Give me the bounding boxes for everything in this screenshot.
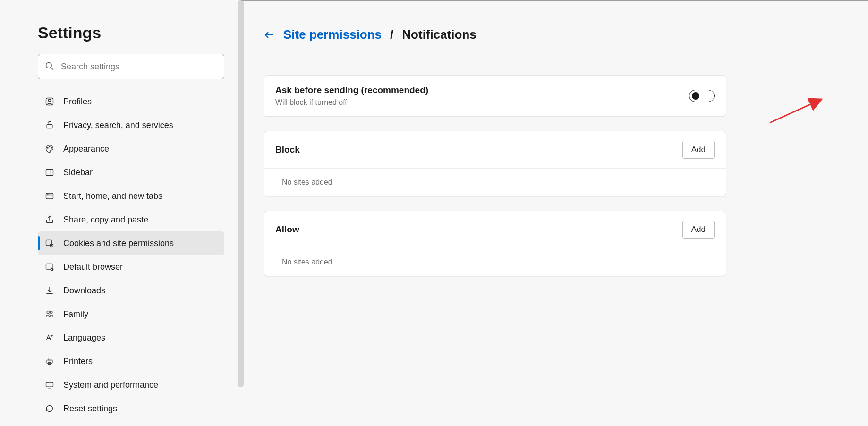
back-arrow-icon[interactable] [264, 29, 275, 41]
block-empty-text: No sites added [264, 168, 726, 196]
sidebar-item-label: Reset settings [63, 404, 117, 414]
block-card-title: Block [275, 145, 300, 155]
reset-icon [44, 403, 55, 414]
svg-rect-10 [46, 193, 53, 199]
svg-rect-29 [46, 382, 53, 387]
svg-point-5 [47, 148, 48, 149]
ask-card-title: Ask before sending (recommended) [275, 85, 428, 95]
sidebar-item-label: Profiles [63, 97, 92, 107]
share-icon [44, 214, 55, 225]
block-card: Block Add No sites added [264, 131, 726, 196]
svg-point-23 [50, 311, 52, 313]
language-icon [44, 332, 55, 343]
profile-icon [44, 96, 55, 107]
sidebar-item-sidebar[interactable]: Sidebar [38, 161, 224, 184]
sidebar-item-cookies[interactable]: Cookies and site permissions [38, 231, 224, 255]
svg-rect-15 [46, 240, 52, 246]
svg-rect-8 [46, 169, 53, 175]
svg-point-3 [49, 99, 51, 102]
page-title: Settings [38, 24, 241, 42]
system-icon [44, 380, 55, 390]
svg-point-0 [46, 62, 52, 68]
svg-point-24 [49, 315, 51, 316]
printer-icon [44, 356, 55, 366]
sidebar-item-label: Share, copy and paste [63, 215, 148, 225]
download-icon [44, 285, 55, 296]
sidebar-item-reset[interactable]: Reset settings [38, 397, 224, 420]
search-settings-field[interactable] [38, 54, 224, 79]
ask-before-sending-card: Ask before sending (recommended) Will bl… [264, 75, 726, 117]
sidebar-item-label: Sidebar [63, 168, 93, 178]
svg-rect-26 [47, 360, 52, 364]
sidebar-item-label: Cookies and site permissions [63, 239, 174, 248]
sidebar-item-label: Downloads [63, 286, 105, 296]
sidebar-item-start[interactable]: Start, home, and new tabs [38, 184, 224, 208]
sidebar-item-label: Default browser [63, 262, 123, 272]
sidebar-item-family[interactable]: Family [38, 302, 224, 326]
sidebar-panel-icon [44, 167, 55, 178]
search-icon [45, 61, 54, 72]
block-add-button[interactable]: Add [682, 141, 715, 159]
sidebar-item-languages[interactable]: Languages [38, 326, 224, 349]
svg-point-22 [47, 311, 49, 313]
svg-point-13 [49, 194, 49, 194]
lock-icon [44, 120, 55, 130]
sidebar-item-label: Start, home, and new tabs [63, 191, 162, 201]
sidebar-item-label: Printers [63, 357, 93, 366]
search-input[interactable] [61, 62, 217, 72]
palette-icon [44, 144, 55, 154]
allow-add-button[interactable]: Add [682, 221, 715, 239]
breadcrumb-parent-link[interactable]: Site permissions [283, 27, 382, 42]
svg-rect-27 [48, 358, 51, 360]
breadcrumb: Site permissions / Notifications [264, 27, 726, 42]
svg-point-6 [49, 146, 50, 147]
sidebar-item-label: System and performance [63, 380, 158, 390]
sidebar-item-label: Languages [63, 333, 105, 343]
sidebar-item-printers[interactable]: Printers [38, 349, 224, 373]
browser-check-icon [44, 262, 55, 272]
svg-point-7 [51, 148, 52, 149]
svg-line-1 [51, 67, 53, 69]
svg-point-12 [47, 194, 48, 194]
sidebar-item-system[interactable]: System and performance [38, 373, 224, 397]
svg-rect-4 [47, 124, 52, 128]
settings-nav: Profiles Privacy, search, and services A… [38, 90, 224, 426]
sidebar-item-appearance[interactable]: Appearance [38, 137, 224, 161]
settings-sidebar: Settings Profiles Privacy, search, and [0, 0, 241, 426]
tab-icon [44, 191, 55, 201]
family-icon [44, 309, 55, 319]
sidebar-item-privacy[interactable]: Privacy, search, and services [38, 113, 224, 137]
sidebar-item-downloads[interactable]: Downloads [38, 279, 224, 302]
sidebar-item-profiles[interactable]: Profiles [38, 90, 224, 113]
ask-before-sending-toggle[interactable] [689, 90, 715, 102]
sidebar-item-label: Appearance [63, 144, 109, 154]
allow-card-title: Allow [275, 224, 299, 235]
breadcrumb-separator: / [390, 27, 393, 42]
sidebar-item-label: Privacy, search, and services [63, 120, 173, 130]
sidebar-item-label: Family [63, 309, 88, 319]
sidebar-item-default-browser[interactable]: Default browser [38, 255, 224, 279]
sidebar-item-share[interactable]: Share, copy and paste [38, 208, 224, 231]
toggle-knob [692, 92, 699, 100]
ask-card-subtitle: Will block if turned off [275, 98, 428, 107]
cookie-settings-icon [44, 238, 55, 248]
breadcrumb-current: Notifications [402, 27, 476, 42]
allow-empty-text: No sites added [264, 248, 726, 276]
settings-main: Site permissions / Notifications Ask bef… [241, 0, 868, 426]
allow-card: Allow Add No sites added [264, 211, 726, 276]
sidebar-item-phone[interactable]: Phone and other devices [38, 420, 224, 426]
